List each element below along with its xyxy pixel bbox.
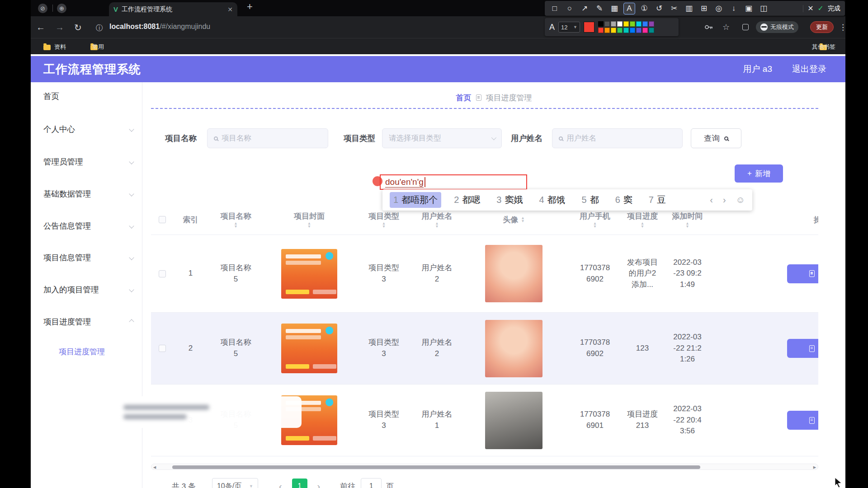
ime-next-page-icon[interactable]: › — [723, 195, 726, 205]
horizontal-scrollbar[interactable]: ◂ ▸ — [151, 464, 818, 470]
sort-icon[interactable]: ▲▼ — [685, 222, 689, 228]
detail-button[interactable]: 详情 — [787, 339, 818, 358]
color-swatch[interactable] — [636, 28, 642, 33]
capture-finish-check-icon[interactable]: ✓ — [818, 4, 824, 13]
back-icon[interactable]: ← — [36, 22, 45, 33]
cut-icon[interactable]: ✂ — [669, 3, 679, 14]
color-swatch[interactable] — [623, 21, 629, 27]
color-swatch[interactable] — [649, 28, 654, 33]
color-swatch[interactable] — [649, 21, 654, 27]
ime-candidate[interactable]: 6窦 — [612, 192, 636, 208]
ime-candidate[interactable]: 3窦娥 — [493, 192, 526, 208]
goto-page-input[interactable]: 1 — [361, 478, 382, 488]
target-tool-icon[interactable]: ◎ — [713, 3, 724, 14]
sort-icon[interactable]: ▲▼ — [382, 222, 386, 228]
tab-close-icon[interactable]: ✕ — [227, 6, 233, 13]
sort-icon[interactable]: ▲▼ — [641, 222, 644, 228]
bookmark-folder[interactable]: 资料 — [54, 43, 66, 51]
ellipse-tool-icon[interactable]: ○ — [564, 3, 575, 14]
screen-tool-icon[interactable]: ▣ — [743, 3, 754, 14]
color-swatch[interactable] — [611, 28, 616, 33]
download-icon[interactable]: ↓ — [728, 3, 739, 14]
ime-candidate[interactable]: 1都唔那个 — [390, 192, 441, 208]
sidebar-item-project-progress[interactable]: 项目进度管理 — [31, 313, 142, 331]
ime-candidate[interactable]: 5都 — [578, 192, 603, 208]
sidebar-subitem-project-progress[interactable]: 项目进度管理 — [31, 343, 142, 360]
row-checkbox[interactable] — [159, 270, 166, 277]
forward-icon[interactable]: → — [55, 22, 64, 33]
pen-tool-icon[interactable]: ✎ — [594, 3, 605, 14]
next-page-button[interactable]: › — [317, 481, 321, 488]
ime-candidate[interactable]: 7豆 — [645, 192, 670, 208]
sidebar-item-base-data[interactable]: 基础数据管理 — [31, 185, 142, 203]
new-tab-button[interactable]: + — [247, 2, 253, 12]
sidebar-item-notice-info[interactable]: 公告信息管理 — [31, 217, 142, 235]
color-swatch[interactable] — [598, 28, 604, 33]
ime-candidate[interactable]: 2都嗯 — [450, 192, 484, 208]
arrow-tool-icon[interactable]: ↗ — [579, 3, 590, 14]
step-number-tool-icon[interactable]: ① — [639, 3, 650, 14]
bookmark-star-icon[interactable]: ☆ — [722, 22, 730, 32]
search-button[interactable]: 查询 — [691, 128, 741, 148]
color-swatch[interactable] — [611, 21, 616, 27]
capture-finish-button[interactable]: 完成 — [828, 5, 840, 13]
browser-update-button[interactable]: 更新 — [810, 21, 834, 33]
user-name-input[interactable]: 用户姓名 — [552, 128, 683, 148]
ime-composition-box[interactable]: dou'en'n'g — [380, 174, 527, 190]
detail-button[interactable]: 详情 — [787, 264, 818, 283]
color-swatch[interactable] — [642, 28, 648, 33]
page-size-select[interactable]: 10条/页▼ — [212, 478, 258, 488]
ime-emoji-icon[interactable]: ☺ — [736, 195, 745, 205]
refresh-icon[interactable]: ↻ — [74, 22, 82, 33]
font-size-select[interactable]: 12▼ — [558, 22, 580, 33]
mosaic-tool-icon[interactable]: ▦ — [609, 3, 620, 14]
sort-icon[interactable]: ▲▼ — [593, 222, 597, 228]
other-bookmarks[interactable]: 其他书签 — [812, 43, 835, 51]
ime-candidate[interactable]: 4都饿 — [535, 192, 569, 208]
project-type-select[interactable]: 请选择项目类型 — [382, 128, 502, 148]
sort-icon[interactable]: ▲▼ — [234, 222, 237, 228]
current-user[interactable]: 用户 a3 — [743, 63, 772, 75]
sort-icon[interactable]: ▲▼ — [435, 222, 439, 228]
bookmark-folder[interactable]: 常用 — [92, 43, 104, 51]
ime-prev-page-icon[interactable]: ‹ — [710, 195, 713, 205]
color-swatch[interactable] — [623, 28, 629, 33]
project-name-input[interactable]: 项目名称 — [207, 128, 328, 148]
color-swatch[interactable] — [642, 21, 648, 27]
color-swatch[interactable] — [617, 28, 623, 33]
sidebar-item-personal-center[interactable]: 个人中心 — [31, 120, 142, 138]
key-icon[interactable] — [704, 23, 713, 31]
browser-extension-icon-2[interactable]: ⊕ — [57, 4, 66, 13]
sort-icon[interactable]: ▲▼ — [307, 222, 311, 228]
capture-cancel-icon[interactable]: ✕ — [807, 4, 813, 13]
browser-extension-icon-1[interactable]: ⊘ — [38, 4, 47, 13]
color-swatch[interactable] — [617, 21, 623, 27]
text-tool-icon[interactable]: A — [624, 3, 635, 14]
undo-icon[interactable]: ↺ — [654, 3, 665, 14]
color-swatch[interactable] — [630, 21, 635, 27]
color-swatch[interactable] — [604, 28, 610, 33]
detail-button[interactable]: 详情 — [787, 411, 818, 430]
color-swatch[interactable] — [636, 21, 642, 27]
scrollbar-thumb[interactable] — [172, 465, 700, 469]
add-button[interactable]: + 新增 — [735, 164, 783, 183]
browser-menu-icon[interactable]: ⋮ — [839, 23, 847, 32]
prev-page-button[interactable]: ‹ — [279, 481, 282, 488]
site-info-icon[interactable]: ⓘ — [96, 23, 103, 33]
grid-tool-icon[interactable]: ⊞ — [698, 3, 709, 14]
url-field[interactable]: localhost:8081/#/xiangmujindu — [109, 23, 210, 31]
row-checkbox[interactable] — [159, 345, 166, 352]
breadcrumb-home[interactable]: 首页 — [456, 93, 472, 103]
scroll-left-icon[interactable]: ◂ — [151, 464, 158, 470]
rect-tool-icon[interactable]: □ — [549, 3, 560, 14]
current-page-button[interactable]: 1 — [292, 479, 307, 488]
logout-link[interactable]: 退出登录 — [792, 63, 826, 75]
sidebar-item-admin-management[interactable]: 管理员管理 — [31, 153, 142, 171]
color-swatch[interactable] — [598, 21, 604, 27]
clipboard-tool-icon[interactable]: ◫ — [758, 3, 769, 14]
sidebar-item-home[interactable]: 首页 — [31, 87, 142, 105]
color-swatch[interactable] — [604, 21, 610, 27]
copy-icon[interactable]: ▥ — [684, 3, 694, 14]
browser-tab[interactable]: V 工作流程管理系统 ✕ — [109, 2, 237, 16]
color-swatch[interactable] — [630, 28, 635, 33]
